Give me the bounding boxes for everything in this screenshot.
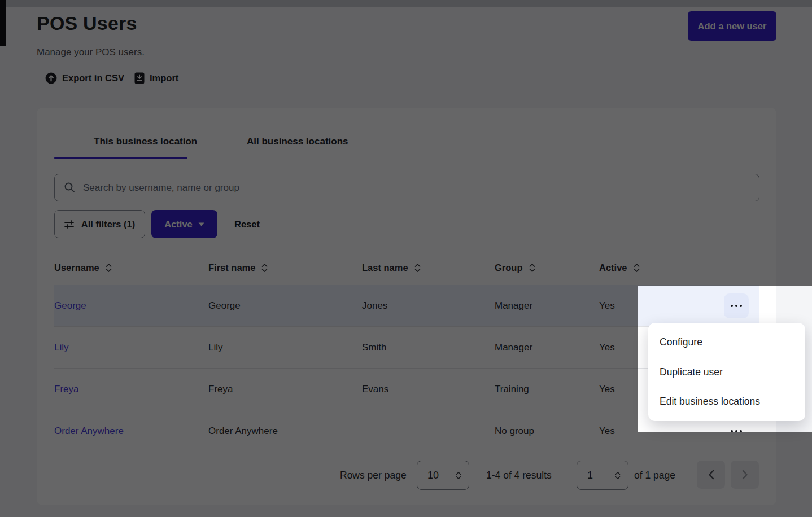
active-filter-label: Active xyxy=(164,219,193,230)
users-card: This business location All business loca… xyxy=(37,108,776,505)
all-filters-label: All filters (1) xyxy=(81,219,135,230)
active-cell: Yes xyxy=(599,369,615,410)
tab-all-business-locations[interactable]: All business locations xyxy=(247,136,348,147)
previous-page-button[interactable] xyxy=(697,461,725,489)
import-label: Import xyxy=(150,73,178,84)
chevron-right-icon xyxy=(742,470,748,480)
export-csv-link[interactable]: Export in CSV xyxy=(45,72,124,84)
sort-chevrons-icon xyxy=(634,263,640,273)
tabs-divider xyxy=(37,161,776,161)
group-cell: No group xyxy=(495,410,534,452)
active-tab-underline xyxy=(54,157,187,159)
sort-chevrons-icon xyxy=(529,263,535,273)
results-count: 1-4 of 4 results xyxy=(486,461,552,490)
column-header-first-name[interactable]: First name xyxy=(208,251,268,285)
magnifier-icon xyxy=(64,182,76,194)
chevron-down-icon xyxy=(198,222,204,226)
username-link[interactable]: Order Anywhere xyxy=(54,426,124,437)
active-filter-dropdown[interactable]: Active xyxy=(151,210,217,238)
username-link[interactable]: George xyxy=(54,300,86,312)
circle-arrow-up-icon xyxy=(45,72,57,84)
row-actions-button[interactable] xyxy=(724,419,749,444)
active-cell: Yes xyxy=(599,285,615,327)
page-subtitle: Manage your POS users. xyxy=(37,47,145,58)
last-name-cell: Jones xyxy=(362,285,387,327)
page-title: POS Users xyxy=(37,12,137,34)
window-top-edge xyxy=(0,0,812,7)
username-link[interactable]: Freya xyxy=(54,384,78,395)
rows-per-page-select[interactable]: 10 xyxy=(417,461,469,490)
export-csv-label: Export in CSV xyxy=(62,73,124,84)
column-header-group[interactable]: Group xyxy=(495,251,535,285)
last-name-cell: Smith xyxy=(362,327,386,369)
sliders-icon xyxy=(64,220,75,229)
sort-chevrons-icon xyxy=(106,263,112,273)
group-cell: Training xyxy=(495,369,529,410)
menu-item-duplicate-user[interactable]: Duplicate user xyxy=(648,357,805,387)
first-name-cell: George xyxy=(208,285,241,327)
user-search-box[interactable] xyxy=(54,174,759,201)
column-header-username[interactable]: Username xyxy=(54,251,112,285)
of-pages-label: of 1 page xyxy=(634,461,675,490)
add-new-user-button[interactable]: Add a new user xyxy=(688,11,776,41)
page-number-value: 1 xyxy=(587,470,593,481)
next-page-button[interactable] xyxy=(731,461,759,489)
page-number-select[interactable]: 1 xyxy=(577,461,628,490)
table-row[interactable]: George George Jones Manager Yes xyxy=(54,285,759,327)
tab-this-business-location[interactable]: This business location xyxy=(94,136,197,147)
menu-item-edit-business-locations[interactable]: Edit business locations xyxy=(648,387,805,417)
pagination-bar: Rows per page 10 1-4 of 4 results 1 of 1… xyxy=(37,461,776,505)
row-actions-menu: Configure Duplicate user Edit business l… xyxy=(648,323,805,421)
group-cell: Manager xyxy=(495,285,532,327)
pos-users-page: POS Users Manage your POS users. Export … xyxy=(0,0,812,517)
rows-per-page-label: Rows per page xyxy=(340,461,407,490)
import-link[interactable]: Import xyxy=(134,72,178,84)
sort-chevrons-icon xyxy=(414,263,421,273)
table-header-row: Username First name Last name Group Acti… xyxy=(54,251,759,285)
document-download-icon xyxy=(134,72,145,84)
column-header-last-name[interactable]: Last name xyxy=(362,251,421,285)
menu-item-configure[interactable]: Configure xyxy=(648,327,805,357)
first-name-cell: Freya xyxy=(208,369,233,410)
row-actions-button[interactable] xyxy=(724,293,749,318)
window-left-edge xyxy=(0,0,6,46)
sort-chevrons-icon xyxy=(261,263,268,273)
rows-per-page-value: 10 xyxy=(427,470,439,481)
column-header-active[interactable]: Active xyxy=(599,251,640,285)
first-name-cell: Order Anywhere xyxy=(208,410,278,452)
stepper-chevrons-icon xyxy=(456,471,461,480)
reset-filters-button[interactable]: Reset xyxy=(234,219,260,230)
active-cell: Yes xyxy=(599,410,615,452)
first-name-cell: Lily xyxy=(208,327,223,369)
search-input[interactable] xyxy=(83,182,750,194)
username-link[interactable]: Lily xyxy=(54,342,69,353)
chevron-left-icon xyxy=(708,470,714,480)
active-cell: Yes xyxy=(599,327,615,369)
stepper-chevrons-icon xyxy=(615,471,621,480)
last-name-cell: Evans xyxy=(362,369,388,410)
all-filters-button[interactable]: All filters (1) xyxy=(54,210,145,238)
filters-row: All filters (1) Active Reset xyxy=(54,210,260,238)
group-cell: Manager xyxy=(495,327,532,369)
